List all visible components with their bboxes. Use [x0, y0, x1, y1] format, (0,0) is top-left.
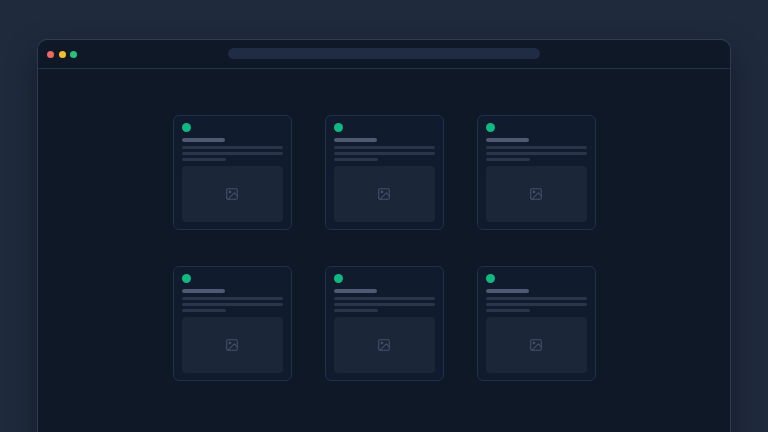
- image-icon: [529, 187, 543, 201]
- skeleton-text-line: [486, 146, 587, 149]
- status-dot: [182, 123, 191, 132]
- skeleton-title-line: [486, 289, 529, 293]
- skeleton-text-line: [182, 152, 283, 155]
- skeleton-text-line: [486, 309, 530, 312]
- skeleton-title-line: [486, 138, 529, 142]
- status-dot: [182, 274, 191, 283]
- image-icon: [225, 187, 239, 201]
- address-bar[interactable]: [228, 48, 540, 59]
- card[interactable]: [325, 115, 444, 230]
- skeleton-text-line: [182, 309, 226, 312]
- skeleton-text-line: [182, 303, 283, 306]
- card[interactable]: [477, 266, 596, 381]
- skeleton-text-line: [334, 152, 435, 155]
- skeleton-text-line: [334, 303, 435, 306]
- image-icon: [529, 338, 543, 352]
- traffic-light-button[interactable]: [59, 51, 66, 58]
- skeleton-text-line: [486, 297, 587, 300]
- image-placeholder: [182, 166, 283, 222]
- card[interactable]: [477, 115, 596, 230]
- skeleton-text-line: [334, 158, 378, 161]
- skeleton-text-line: [334, 309, 378, 312]
- skeleton-text-line: [182, 158, 226, 161]
- image-icon: [377, 187, 391, 201]
- skeleton-text-line: [486, 158, 530, 161]
- traffic-light-button[interactable]: [70, 51, 77, 58]
- image-placeholder: [486, 317, 587, 373]
- card[interactable]: [173, 115, 292, 230]
- status-dot: [334, 274, 343, 283]
- skeleton-title-line: [334, 138, 377, 142]
- image-placeholder: [182, 317, 283, 373]
- window-titlebar: [38, 40, 730, 69]
- skeleton-text-line: [486, 303, 587, 306]
- window-content: [38, 115, 730, 381]
- card[interactable]: [173, 266, 292, 381]
- skeleton-text-line: [486, 152, 587, 155]
- skeleton-text-line: [182, 146, 283, 149]
- image-placeholder: [334, 317, 435, 373]
- status-dot: [486, 123, 495, 132]
- image-icon: [225, 338, 239, 352]
- image-placeholder: [334, 166, 435, 222]
- browser-window: [37, 39, 731, 432]
- skeleton-title-line: [182, 138, 225, 142]
- traffic-light-button[interactable]: [47, 51, 54, 58]
- status-dot: [486, 274, 495, 283]
- skeleton-title-line: [334, 289, 377, 293]
- skeleton-text-line: [182, 297, 283, 300]
- skeleton-text-line: [334, 297, 435, 300]
- image-placeholder: [486, 166, 587, 222]
- card-grid: [38, 115, 730, 381]
- traffic-lights: [47, 51, 77, 58]
- skeleton-text-line: [334, 146, 435, 149]
- skeleton-title-line: [182, 289, 225, 293]
- desktop-background: { "window": { "url_bar": { "value": "", …: [0, 0, 768, 432]
- image-icon: [377, 338, 391, 352]
- card[interactable]: [325, 266, 444, 381]
- status-dot: [334, 123, 343, 132]
